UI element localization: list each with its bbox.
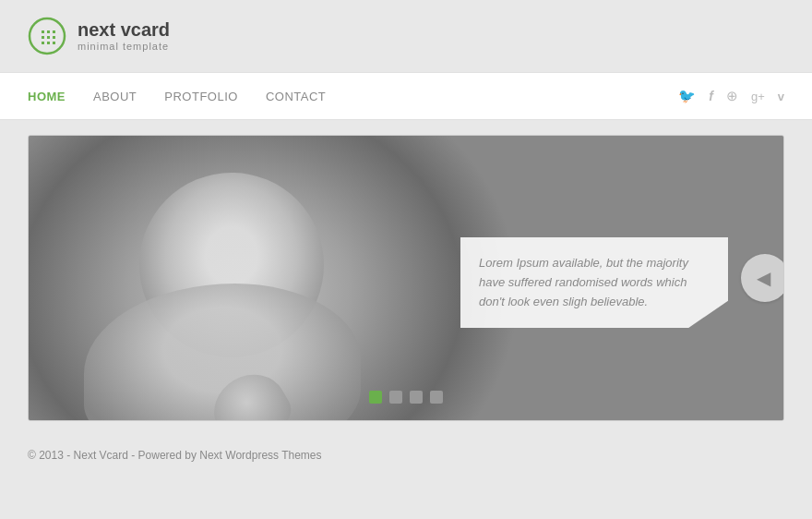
svg-rect-8: [47, 42, 50, 44]
svg-rect-7: [42, 42, 44, 44]
slide-caption-text: Lorem Ipsum available, but the majority …: [479, 256, 688, 308]
svg-rect-5: [47, 36, 50, 39]
slide-caption: Lorem Ipsum available, but the majority …: [460, 237, 728, 328]
facebook-icon[interactable]: f: [709, 89, 713, 103]
nav-links: HOME ABOUT PROTFOLIO CONTACT: [28, 75, 678, 118]
slide-dot-1[interactable]: [369, 391, 382, 404]
slide-dots: [369, 391, 443, 404]
nav-home[interactable]: HOME: [28, 75, 66, 118]
arrow-icon: ◀: [757, 269, 770, 287]
svg-rect-2: [47, 30, 50, 33]
svg-rect-3: [53, 30, 55, 33]
nav-portfolio[interactable]: PROTFOLIO: [164, 75, 238, 118]
logo-text: next vcard minimal template: [78, 18, 170, 53]
svg-rect-9: [53, 42, 55, 44]
dribbble-icon[interactable]: ⊕: [726, 88, 738, 104]
twitter-icon[interactable]: 🐦: [678, 88, 696, 104]
logo-subtitle: minimal template: [78, 41, 170, 53]
nav-bar: HOME ABOUT PROTFOLIO CONTACT 🐦 f ⊕ g+ v: [0, 72, 812, 120]
logo-icon: [28, 17, 66, 55]
svg-rect-1: [42, 30, 44, 33]
logo-title: next vcard: [78, 18, 170, 41]
slide-dot-2[interactable]: [389, 391, 402, 404]
vimeo-icon[interactable]: v: [778, 90, 784, 103]
slider-container: Lorem Ipsum available, but the majority …: [28, 135, 784, 421]
footer-text: © 2013 - Next Vcard - Powered by Next Wo…: [28, 449, 322, 462]
nav-social: 🐦 f ⊕ g+ v: [678, 88, 784, 104]
slide-dot-3[interactable]: [410, 391, 423, 404]
header: next vcard minimal template: [0, 0, 812, 72]
slider-next-button[interactable]: ◀: [741, 254, 784, 302]
slide-dot-4[interactable]: [430, 391, 443, 404]
svg-rect-4: [42, 36, 44, 39]
nav-about[interactable]: ABOUT: [93, 75, 137, 118]
googleplus-icon[interactable]: g+: [751, 90, 765, 103]
svg-rect-6: [53, 36, 55, 39]
footer: © 2013 - Next Vcard - Powered by Next Wo…: [0, 436, 812, 475]
nav-contact[interactable]: CONTACT: [266, 75, 326, 118]
